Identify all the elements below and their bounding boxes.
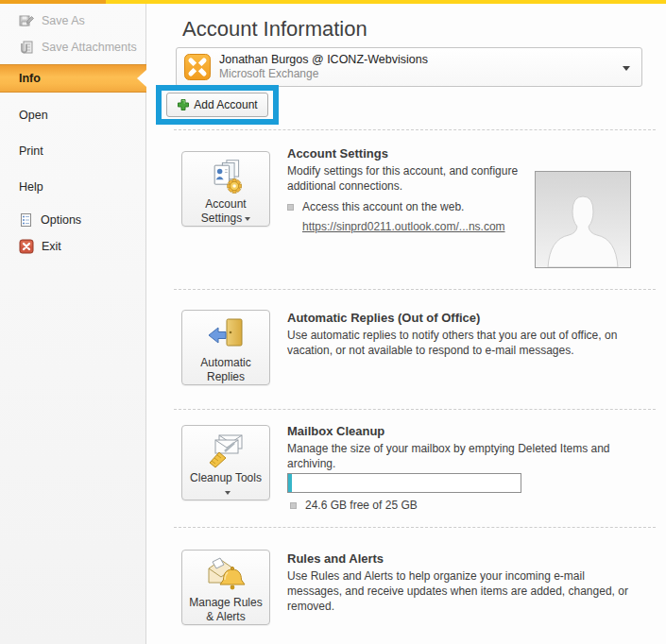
user-avatar-placeholder: [535, 171, 631, 268]
square-bullet-icon: [290, 502, 297, 509]
chevron-down-icon[interactable]: [623, 66, 630, 71]
manage-rules-alerts-button-label: Manage Rules & Alerts: [188, 596, 264, 624]
mailbox-quota-bar: [287, 473, 521, 493]
account-information-panel: Account Information Jonathan Burgos @ IC…: [146, 4, 666, 644]
section-divider: [174, 129, 656, 130]
sidebar-item-exit[interactable]: Exit: [0, 237, 146, 256]
bullet-text: Access this account on the web.: [302, 199, 464, 214]
section-heading: Mailbox Cleanup: [287, 424, 635, 438]
owa-web-link[interactable]: https://sinprd0211.outlook.com/...ns.com: [302, 220, 505, 233]
rules-alerts-icon: [205, 556, 247, 594]
automatic-replies-button[interactable]: Automatic Replies: [181, 310, 270, 385]
cleanup-tools-button[interactable]: Cleanup Tools: [181, 425, 270, 500]
save-as-icon: [19, 13, 34, 28]
account-name: Jonathan Burgos @ ICONZ-Webvisions: [219, 53, 428, 67]
sidebar-item-label: Info: [0, 72, 41, 85]
section-heading: Account Settings: [287, 146, 540, 161]
sidebar-item-label: Save Attachments: [34, 41, 137, 54]
bullet-row: Access this account on the web.: [287, 199, 540, 214]
options-icon: [19, 212, 33, 228]
section-heading: Rules and Alerts: [287, 551, 639, 566]
add-account-label: Add Account: [194, 98, 257, 111]
sidebar-item-save-as: Save As: [0, 11, 146, 30]
chevron-down-icon: [245, 217, 250, 221]
section-description: Use automatic replies to notify others t…: [287, 328, 639, 358]
sidebar-tab-info[interactable]: Info: [0, 64, 146, 93]
person-silhouette-icon: [536, 172, 630, 267]
section-divider: [174, 409, 656, 410]
automatic-replies-icon: [206, 316, 246, 354]
page-title: Account Information: [182, 17, 367, 42]
section-divider: [174, 289, 656, 290]
section-divider: [174, 527, 656, 528]
rules-alerts-section: Rules and Alerts Use Rules and Alerts to…: [287, 551, 639, 614]
sidebar-item-label: Open: [0, 109, 48, 122]
sidebar-item-label: Options: [33, 213, 81, 227]
account-type: Microsoft Exchange: [219, 67, 428, 81]
exit-icon: [19, 239, 34, 254]
section-description: Manage the size of your mailbox by empty…: [287, 441, 635, 471]
quota-row: 24.6 GB free of 25 GB: [290, 499, 418, 512]
cleanup-tools-icon: [206, 432, 246, 469]
account-selector-dropdown[interactable]: Jonathan Burgos @ ICONZ-Webvisions Micro…: [176, 47, 642, 87]
automatic-replies-section: Automatic Replies (Out of Office) Use au…: [287, 311, 639, 358]
exchange-account-icon: [184, 54, 211, 80]
account-settings-section: Account Settings Modify settings for thi…: [287, 146, 540, 234]
account-settings-icon: [205, 158, 247, 195]
sidebar-item-label: Exit: [34, 240, 61, 253]
manage-rules-alerts-button[interactable]: Manage Rules & Alerts: [181, 550, 270, 625]
account-settings-button[interactable]: Account Settings: [181, 151, 270, 227]
section-description: Modify settings for this account, and co…: [287, 163, 540, 194]
account-selector-text: Jonathan Burgos @ ICONZ-Webvisions Micro…: [219, 53, 428, 81]
mailbox-cleanup-section: Mailbox Cleanup Manage the size of your …: [287, 424, 635, 471]
backstage-sidebar: Save As Save Attachments Info Open Print…: [0, 4, 146, 644]
section-description: Use Rules and Alerts to help organize yo…: [287, 568, 639, 614]
automatic-replies-button-label: Automatic Replies: [188, 356, 264, 384]
sidebar-item-label: Save As: [34, 14, 85, 27]
square-bullet-icon: [287, 204, 294, 211]
cleanup-tools-button-label: Cleanup Tools: [188, 471, 264, 500]
add-account-button[interactable]: Add Account: [166, 93, 268, 117]
mailbox-quota-fill: [288, 474, 292, 492]
sidebar-item-help[interactable]: Help: [0, 178, 146, 196]
plus-icon: [177, 98, 190, 111]
selected-tab-arrow: [137, 70, 146, 87]
sidebar-item-open[interactable]: Open: [0, 106, 146, 125]
sidebar-item-print[interactable]: Print: [0, 142, 146, 161]
quota-text: 24.6 GB free of 25 GB: [305, 499, 418, 512]
add-account-highlight-box: Add Account: [156, 85, 279, 125]
section-heading: Automatic Replies (Out of Office): [287, 311, 639, 325]
sidebar-item-options[interactable]: Options: [0, 211, 146, 229]
save-attachments-icon: [19, 40, 34, 55]
sidebar-item-save-attachments: Save Attachments: [0, 38, 146, 57]
outlook-backstage-window: Save As Save Attachments Info Open Print…: [0, 0, 666, 644]
chevron-down-icon: [225, 491, 231, 495]
sidebar-item-label: Help: [0, 180, 43, 194]
sidebar-item-label: Print: [0, 144, 43, 158]
account-settings-button-label: Account Settings: [188, 197, 264, 226]
